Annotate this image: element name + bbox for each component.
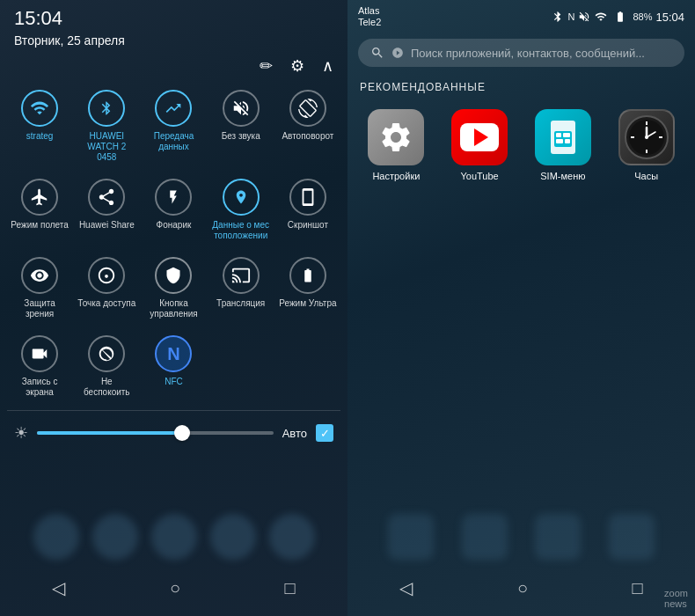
blur-app-right-3 (535, 514, 581, 560)
brightness-fill (37, 431, 179, 435)
qs-ultra[interactable]: Режим Ультра (275, 250, 340, 326)
qs-nfc[interactable]: N NFC (141, 328, 206, 405)
quick-settings-grid: strateg HUAWEI WATCH 2 0458 Передача дан… (0, 83, 348, 405)
qs-assist[interactable]: Кнопка управления (141, 250, 206, 326)
app-settings[interactable]: Настройки (361, 109, 431, 181)
qs-sound-label: Без звука (222, 131, 260, 142)
carrier-info: Atlas Tele2 (358, 5, 381, 28)
play-triangle (474, 128, 488, 146)
sim-app-label: SIM-меню (540, 171, 585, 181)
app-clock[interactable]: Часы (611, 109, 682, 181)
home-screen: Atlas Tele2 N 88% 15:04 (348, 0, 695, 616)
svg-rect-4 (556, 139, 563, 143)
qs-bt-label: HUAWEI WATCH 2 0458 (77, 131, 135, 163)
brightness-slider[interactable] (37, 431, 274, 435)
qs-eye[interactable]: Защита зрения (7, 250, 72, 326)
blur-app-right-2 (462, 514, 508, 560)
qs-recorder[interactable]: Запись с экрана (7, 328, 72, 405)
back-button-right[interactable]: ◁ (382, 570, 430, 605)
qs-nfc-label: NFC (165, 377, 183, 387)
qs-huawei-share[interactable]: Huawei Share (74, 172, 139, 248)
status-icons-right: N 88% 15:04 (552, 10, 684, 24)
qs-flashlight[interactable]: Фонарик (141, 172, 206, 248)
nfc-status-icon: N (567, 11, 574, 22)
settings-icon[interactable]: ⚙ (290, 56, 304, 76)
status-bar-left: 15:04 (0, 0, 348, 33)
blur-app-4 (210, 514, 256, 560)
settings-app-label: Настройки (372, 171, 420, 181)
nav-bar-right: ◁ ○ □ (348, 560, 695, 616)
qs-wifi[interactable]: strateg (7, 83, 72, 170)
blur-app-1 (33, 514, 79, 560)
top-actions: ✏ ⚙ ∧ (0, 56, 348, 83)
qs-dnd-label: Не беспокоить (77, 377, 135, 398)
brightness-row: ☀ Авто ✓ (0, 416, 348, 450)
qs-wifi-label: strateg (26, 131, 54, 142)
clock-app-icon (618, 109, 675, 165)
time-right: 15:04 (655, 11, 684, 24)
recents-button-left[interactable]: □ (267, 571, 313, 605)
date-left: Вторник, 25 апреля (0, 33, 348, 56)
qs-cast[interactable]: Трансляция (208, 250, 274, 326)
qs-location-label: Данные о мес тоположении (212, 220, 270, 241)
status-bar-right: Atlas Tele2 N 88% 15:04 (348, 0, 695, 33)
sound-status-icon (578, 11, 590, 23)
bluetooth-status-icon (552, 10, 564, 24)
app-sim[interactable]: SIM-меню (528, 109, 598, 181)
qs-autorotate[interactable]: Автоповорот (275, 83, 340, 170)
youtube-app-label: YouTube (461, 171, 499, 181)
edit-icon[interactable]: ✏ (260, 56, 273, 76)
sim-app-icon (535, 109, 591, 165)
clock-svg (624, 114, 669, 160)
qs-bluetooth[interactable]: HUAWEI WATCH 2 0458 (74, 83, 139, 170)
recents-button-right[interactable]: □ (615, 571, 661, 605)
brightness-icon: ☀ (14, 423, 28, 443)
qs-location[interactable]: Данные о мес тоположении (208, 172, 274, 248)
blur-app-2 (92, 514, 138, 560)
back-button-left[interactable]: ◁ (34, 570, 83, 605)
bottom-blur-apps (0, 506, 348, 568)
youtube-play-button (460, 123, 499, 151)
recommended-label: РЕКОМЕНДОВАННЫЕ (348, 72, 695, 100)
bottom-apps-blur (348, 506, 695, 568)
home-button-right[interactable]: ○ (500, 571, 545, 605)
settings-app-icon (368, 109, 424, 165)
battery-percent: 88% (633, 11, 652, 22)
search-bar[interactable]: Поиск приложений, контактов, сообщений..… (358, 39, 684, 67)
blur-app-3 (151, 514, 197, 560)
sim-svg (547, 119, 579, 156)
blur-app-5 (269, 514, 315, 560)
carrier-line2: Tele2 (358, 17, 381, 28)
qs-airplane[interactable]: Режим полета (7, 172, 72, 248)
svg-rect-5 (565, 139, 570, 143)
qs-cast-label: Трансляция (216, 298, 265, 309)
qs-data[interactable]: Передача данных (141, 83, 206, 170)
time-left: 15:04 (14, 7, 62, 30)
app-youtube[interactable]: YouTube (444, 109, 515, 181)
carrier-line1: Atlas (358, 5, 381, 17)
qs-hotspot[interactable]: Точка доступа (74, 250, 139, 326)
qs-sound[interactable]: Без звука (208, 83, 274, 170)
search-placeholder: Поиск приложений, контактов, сообщений..… (411, 47, 645, 60)
collapse-icon[interactable]: ∧ (322, 56, 333, 76)
auto-checkbox[interactable]: ✓ (316, 424, 333, 442)
home-button-left[interactable]: ○ (152, 571, 198, 605)
qs-assist-label: Кнопка управления (144, 298, 202, 319)
qs-dnd[interactable]: Не беспокоить (74, 328, 139, 405)
svg-rect-3 (563, 133, 570, 137)
notification-panel: 15:04 Вторник, 25 апреля ✏ ⚙ ∧ strateg (0, 0, 348, 616)
qs-ultra-label: Режим Ультра (279, 298, 336, 309)
youtube-app-icon (451, 109, 508, 165)
svg-rect-2 (556, 133, 561, 137)
svg-point-14 (645, 136, 648, 139)
qs-autorotate-label: Автоповорот (282, 131, 333, 142)
settings-gear-svg (378, 120, 413, 155)
search-type-icon (391, 47, 404, 59)
qs-screenshot[interactable]: Скриншот (275, 172, 340, 248)
qs-flashlight-label: Фонарик (157, 220, 192, 231)
blur-app-right-1 (388, 514, 434, 560)
divider (7, 410, 340, 411)
clock-app-label: Часы (634, 171, 658, 181)
zoom-logo: zoomnews (664, 588, 688, 609)
qs-airplane-label: Режим полета (11, 220, 68, 231)
